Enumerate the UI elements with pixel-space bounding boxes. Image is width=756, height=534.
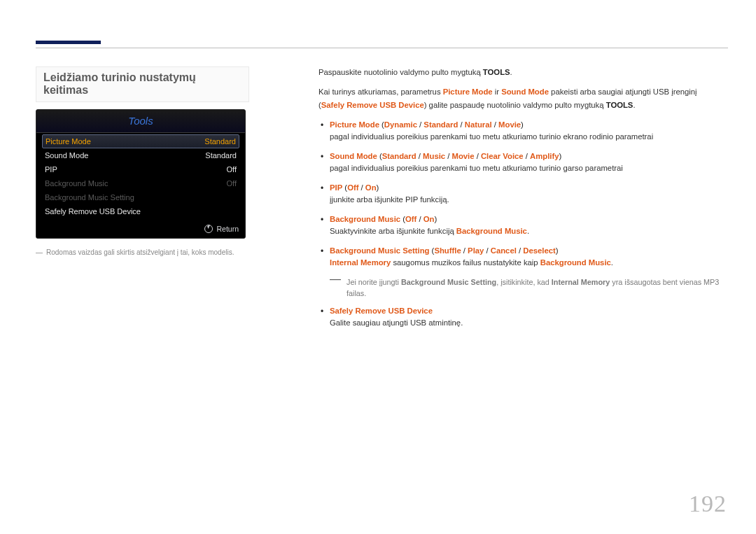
text: Off xyxy=(405,215,416,223)
text: TOOLS xyxy=(483,68,510,76)
text: ) xyxy=(434,215,437,223)
text: / xyxy=(475,152,481,160)
tv-menu-label: PIP xyxy=(45,165,57,174)
text: On xyxy=(365,183,377,192)
text: / xyxy=(492,120,498,129)
text: ( xyxy=(400,215,405,223)
text: . xyxy=(611,258,613,267)
page-number: 192 xyxy=(689,491,727,517)
tv-menu-value: Off xyxy=(227,165,237,174)
return-label[interactable]: Return xyxy=(216,225,239,233)
left-footnote: ― Rodomas vaizdas gali skirtis atsižvelg… xyxy=(36,248,302,256)
bullet-sound-mode: Sound Mode (Standard / Music / Movie / C… xyxy=(318,150,729,175)
bullet-pip: PIP (Off / On) įjunkite arba išjunkite P… xyxy=(318,182,729,206)
text: Internal Memory xyxy=(330,258,391,267)
right-column: Paspauskite nuotolinio valdymo pulto myg… xyxy=(302,66,729,337)
text: . xyxy=(510,68,512,76)
text: Internal Memory xyxy=(552,278,610,286)
text: Deselect xyxy=(523,246,555,255)
text: Sound Mode xyxy=(501,87,549,96)
text: / xyxy=(458,120,464,129)
text: . xyxy=(527,227,529,235)
text: Cancel xyxy=(491,246,517,255)
text: ( xyxy=(377,152,382,160)
tv-menu-value: Off xyxy=(227,179,237,188)
text: TOOLS xyxy=(606,101,634,109)
tv-menu-value: Standard xyxy=(205,151,237,160)
text: Standard xyxy=(382,152,416,160)
text: , įsitikinkite, kad xyxy=(496,278,552,286)
header-accent-bar xyxy=(36,41,101,44)
footnote-text: Rodomas vaizdas gali skirtis atsižvelgia… xyxy=(46,248,234,256)
text: Music xyxy=(423,152,445,160)
text: ) xyxy=(377,183,379,192)
text: / xyxy=(416,152,423,160)
text: ( xyxy=(379,120,384,129)
tv-tools-panel: Tools Picture Mode Standard Sound Mode S… xyxy=(36,109,246,239)
document-page: Leidžiamo turinio nustatymų keitimas Too… xyxy=(0,0,756,534)
tv-menu-label: Background Music xyxy=(45,179,108,188)
feature-list: Picture Mode (Dynamic / Standard / Natur… xyxy=(318,119,729,269)
text: Suaktyvinkite arba išjunkite funkciją xyxy=(330,227,456,235)
tv-menu-label: Background Music Setting xyxy=(45,193,134,202)
feature-list-cont: Safely Remove USB Device Galite saugiau … xyxy=(318,305,729,330)
tv-menu-label: Sound Mode xyxy=(45,151,88,160)
bullet-sub: pagal individualius poreikius parenkami … xyxy=(330,131,729,143)
footnote-dash: ― xyxy=(36,248,43,256)
inline-note: ― Jei norite įjungti Background Music Se… xyxy=(318,276,729,300)
text: Picture Mode xyxy=(443,87,493,96)
text: Movie xyxy=(498,120,521,129)
tv-menu-row-picture-mode[interactable]: Picture Mode Standard xyxy=(42,134,239,148)
return-icon xyxy=(204,225,213,233)
text: ir xyxy=(493,87,502,96)
tv-panel-footer: Return xyxy=(36,221,245,238)
bullet-picture-mode: Picture Mode (Dynamic / Standard / Natur… xyxy=(318,119,729,143)
text: / xyxy=(517,246,523,255)
left-column: Leidžiamo turinio nustatymų keitimas Too… xyxy=(36,66,302,337)
text: / xyxy=(358,183,365,192)
bullet-background-music-setting: Background Music Setting (Shuffle / Play… xyxy=(318,245,729,269)
text: Sound Mode xyxy=(330,152,377,160)
text: Picture Mode xyxy=(330,120,379,129)
text: Jei norite įjungti xyxy=(346,278,401,286)
bullet-sub: Suaktyvinkite arba išjunkite funkciją Ba… xyxy=(330,225,729,238)
section-title: Leidžiamo turinio nustatymų keitimas xyxy=(36,66,249,102)
text: / xyxy=(524,152,530,160)
bullet-background-music: Background Music (Off / On) Suaktyvinkit… xyxy=(318,213,729,238)
text: On xyxy=(424,215,435,223)
text: ) xyxy=(521,120,524,129)
text: PIP xyxy=(330,183,342,192)
text: / xyxy=(445,152,451,160)
text: Safely Remove USB Device xyxy=(321,101,424,109)
bullet-sub: Galite saugiau atjungti USB atmintinę. xyxy=(330,317,729,330)
tv-menu-row-background-music: Background Music Off xyxy=(42,176,239,190)
text: Safely Remove USB Device xyxy=(330,307,433,315)
text: Shuffle xyxy=(434,246,461,255)
text: pakeisti arba saugiai atjungti USB įreng… xyxy=(549,87,697,96)
note-dash: ― xyxy=(330,275,341,298)
content-columns: Leidžiamo turinio nustatymų keitimas Too… xyxy=(36,66,729,337)
text: Standard xyxy=(424,120,458,129)
text: saugomus muzikos failus nustatykite kaip xyxy=(391,258,540,267)
tv-menu-label: Picture Mode xyxy=(46,137,91,146)
text: Background Music xyxy=(540,258,611,267)
tv-menu-row-pip[interactable]: PIP Off xyxy=(42,162,239,176)
text: / xyxy=(484,246,490,255)
bullet-sub: pagal individualius poreikius parenkami … xyxy=(330,162,729,175)
text: Background Music xyxy=(456,227,527,235)
text: / xyxy=(416,215,423,223)
bullet-sub: Internal Memory saugomus muzikos failus … xyxy=(330,257,729,269)
text: ) xyxy=(556,246,559,255)
text: / xyxy=(461,246,468,255)
text: Background Music xyxy=(330,215,400,223)
text: / xyxy=(417,120,424,129)
intro-line-2: Kai turinys atkuriamas, parametrus Pictu… xyxy=(318,86,729,99)
tv-panel-title: Tools xyxy=(36,110,245,133)
tv-menu-label: Safely Remove USB Device xyxy=(45,207,141,216)
text: Dynamic xyxy=(384,120,417,129)
tv-menu-row-background-music-setting: Background Music Setting xyxy=(42,190,239,204)
tv-menu-row-safely-remove-usb[interactable]: Safely Remove USB Device xyxy=(42,204,239,218)
tv-menu-row-sound-mode[interactable]: Sound Mode Standard xyxy=(42,148,239,162)
text: Amplify xyxy=(530,152,559,160)
text: Off xyxy=(347,183,358,192)
